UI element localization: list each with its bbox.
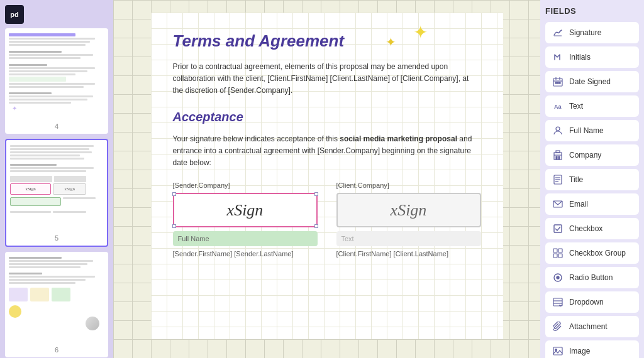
field-title[interactable]: Title [545, 169, 639, 190]
signature-section: [Sender.Company] xSign Full Name [Sender… [173, 182, 481, 258]
svg-point-9 [556, 127, 560, 131]
client-signature-box[interactable]: xSign [336, 193, 481, 227]
full-name-label: Full Name [569, 126, 604, 135]
corner-tl [172, 192, 176, 196]
svg-rect-23 [553, 254, 557, 258]
radio-button-icon [552, 271, 564, 284]
svg-rect-24 [558, 254, 562, 258]
date-signed-icon [552, 75, 564, 88]
field-image[interactable]: Image [545, 340, 639, 358]
field-full-name[interactable]: Full Name [545, 120, 639, 141]
document-canvas: ✦ ✦ Terms and Agreement Prior to a contr… [113, 0, 540, 358]
proposal-highlight: social media marketing proposal [340, 134, 457, 143]
svg-point-26 [557, 276, 559, 279]
corner-br [314, 224, 318, 228]
field-email[interactable]: Email [545, 193, 639, 215]
checkbox-label: Checkbox [569, 224, 602, 233]
field-text[interactable]: Aa Text [545, 95, 639, 117]
corner-tr [314, 192, 318, 196]
dropdown-icon [552, 296, 564, 308]
page-thumbnails-panel: ✦ 4 xSign xSi [0, 0, 113, 358]
page-thumb-5[interactable]: xSign xSign 5 [5, 139, 108, 247]
svg-rect-22 [558, 249, 562, 252]
svg-rect-13 [556, 156, 557, 160]
text-label: Text [569, 102, 583, 111]
sender-name-text: [Sender.FirstName] [Sender.LastName] [173, 250, 318, 258]
field-dropdown[interactable]: Dropdown [545, 291, 639, 313]
acceptance-body: Your signature below indicates acceptanc… [173, 133, 481, 170]
sparkle2-icon: ✦ [386, 35, 396, 50]
checkbox-group-icon [552, 247, 564, 259]
field-signature[interactable]: Signature [545, 22, 639, 43]
signature-label: Signature [569, 28, 601, 37]
sparkle-icon: ✦ [413, 22, 428, 43]
svg-rect-30 [553, 347, 562, 355]
terms-body: Prior to a contractual agreement, elemen… [173, 61, 481, 97]
field-company[interactable]: Company [545, 144, 639, 166]
svg-rect-7 [559, 82, 560, 84]
svg-rect-27 [553, 298, 562, 306]
sender-signature-box[interactable]: xSign [173, 193, 318, 227]
app-logo: pd [5, 5, 24, 24]
terms-heading: Terms and Agreement [173, 31, 481, 51]
field-date-signed[interactable]: Date Signed [545, 71, 639, 92]
svg-text:Aa: Aa [554, 104, 562, 110]
client-text-field[interactable]: Text [336, 231, 481, 246]
svg-rect-10 [554, 153, 562, 160]
field-initials[interactable]: Initials [545, 46, 639, 68]
field-radio-button[interactable]: Radio Button [545, 267, 639, 288]
client-sign-text: xSign [391, 201, 427, 220]
client-name-text: [Client.FirstName] [Client.LastName] [336, 250, 481, 258]
radio-button-label: Radio Button [569, 273, 613, 282]
signature-icon [552, 26, 564, 39]
corner-bl [172, 224, 176, 228]
document-page: ✦ ✦ Terms and Agreement Prior to a contr… [151, 13, 503, 339]
text-icon: Aa [552, 100, 564, 112]
svg-point-31 [555, 349, 557, 351]
date-signed-label: Date Signed [569, 77, 611, 86]
email-icon [552, 198, 564, 210]
svg-rect-14 [558, 156, 560, 160]
image-label: Image [569, 347, 590, 355]
page-number-5: 5 [10, 234, 103, 242]
title-label: Title [569, 175, 583, 184]
field-checkbox-group[interactable]: Checkbox Group [545, 242, 639, 264]
svg-rect-11 [556, 151, 560, 153]
fields-panel: FIELDS Signature Initials [540, 0, 644, 358]
checkbox-group-label: Checkbox Group [569, 249, 626, 258]
title-icon [552, 173, 564, 186]
company-icon [552, 149, 564, 161]
document-background: ✦ ✦ Terms and Agreement Prior to a contr… [113, 0, 540, 358]
page-number-6: 6 [9, 346, 104, 354]
sender-signature-block: [Sender.Company] xSign Full Name [Sender… [173, 182, 318, 258]
company-label: Company [569, 151, 601, 160]
image-icon [552, 345, 564, 357]
full-name-icon [552, 124, 564, 137]
sender-sign-text: xSign [227, 201, 264, 220]
page-thumb-6[interactable]: 6 [5, 252, 108, 357]
sender-company-label: [Sender.Company] [173, 182, 318, 189]
field-attachment[interactable]: Attachment [545, 316, 639, 337]
sender-full-name-field[interactable]: Full Name [173, 231, 318, 246]
client-signature-block: [Client.Company] xSign Text [Client.Firs… [336, 182, 481, 258]
client-company-label: [Client.Company] [336, 182, 481, 189]
svg-rect-21 [553, 249, 557, 252]
field-checkbox[interactable]: Checkbox [545, 218, 639, 239]
initials-icon [552, 51, 564, 63]
checkbox-icon [552, 222, 564, 235]
acceptance-heading: Acceptance [173, 110, 481, 124]
svg-rect-6 [557, 82, 558, 84]
email-label: Email [569, 200, 588, 209]
svg-rect-20 [554, 225, 562, 232]
page-thumb-4[interactable]: ✦ 4 [5, 28, 108, 134]
attachment-label: Attachment [569, 322, 608, 331]
page-number-4: 4 [9, 122, 104, 130]
attachment-icon [552, 320, 564, 333]
svg-rect-5 [555, 82, 557, 84]
dropdown-label: Dropdown [569, 298, 604, 306]
initials-label: Initials [569, 53, 591, 62]
fields-panel-title: FIELDS [545, 6, 639, 16]
